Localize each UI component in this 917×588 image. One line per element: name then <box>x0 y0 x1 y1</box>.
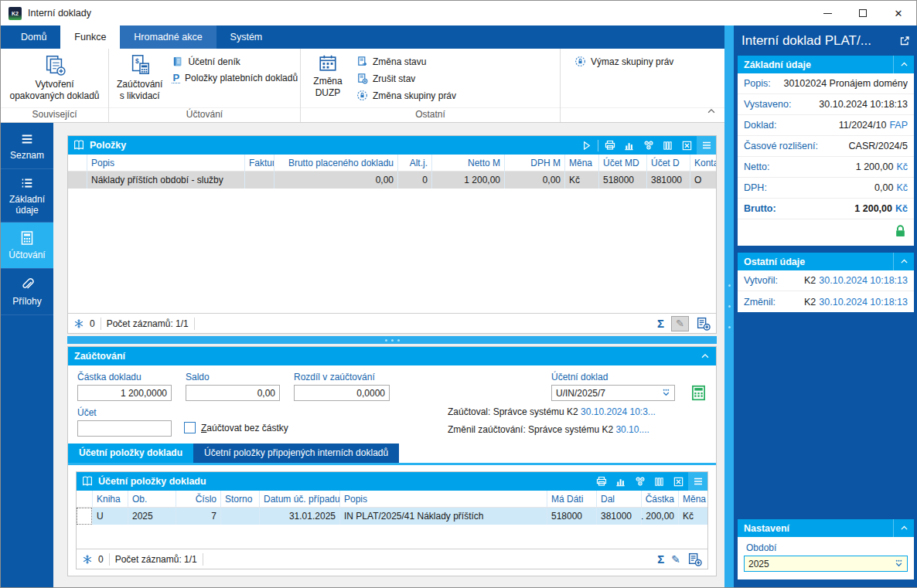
document-cancel-icon <box>356 73 368 84</box>
ucetni-polozky-header-row: Kniha Ob. Číslo Storno Datum úč. případu… <box>77 491 707 508</box>
col-header-mena[interactable]: Měna <box>564 155 598 171</box>
maximize-button[interactable] <box>845 1 881 25</box>
table-empty-area[interactable] <box>68 189 716 313</box>
sidebar-item-seznam[interactable]: Seznam <box>1 123 53 169</box>
col-header-mena[interactable]: Měna <box>678 491 707 507</box>
obdobi-combo[interactable] <box>744 556 908 572</box>
polozky-platebnich-dokladu-button[interactable]: P Položky platebních dokladů <box>172 73 298 83</box>
svg-text:$: $ <box>135 57 139 65</box>
ucetni-denik-button[interactable]: Účetní deník <box>172 56 298 67</box>
detail-title: Interní doklad PLAT/... <box>741 33 892 49</box>
sidebar-item-label: Základní údaje <box>2 195 52 216</box>
table-empty-area[interactable] <box>77 525 707 549</box>
castka-dokladu-input[interactable] <box>77 385 172 401</box>
col-header-ucet-md[interactable]: Účet MD <box>598 155 646 171</box>
tab-system[interactable]: Systém <box>216 25 277 49</box>
close-button[interactable]: ✕ <box>881 1 916 25</box>
collapse-button[interactable] <box>694 347 716 365</box>
col-header-cislo[interactable]: Číslo <box>176 491 220 507</box>
maximize-icon <box>859 9 867 17</box>
col-header-kontace[interactable]: Kontace <box>690 155 716 171</box>
panel-menu-button[interactable] <box>697 136 716 155</box>
tab-domu[interactable]: Domů <box>7 25 60 49</box>
detail-row-vystaveno: Vystaveno:30.10.2024 10:18:13 <box>738 94 914 115</box>
col-header-castka[interactable]: Částka <box>641 491 678 507</box>
col-header-dal[interactable]: Dal <box>596 491 641 507</box>
excel-export-button[interactable] <box>677 136 697 155</box>
dropdown-icon[interactable] <box>660 387 672 399</box>
columns-button[interactable] <box>649 472 669 491</box>
col-header-dph-m[interactable]: DPH M <box>504 155 564 171</box>
edit-button[interactable]: ✎ <box>671 553 680 566</box>
chart-button[interactable] <box>611 472 630 491</box>
book-icon <box>81 475 94 488</box>
panel-menu-button[interactable] <box>688 472 707 491</box>
cell-mena: Kč <box>678 508 707 525</box>
zauctovat-bez-castky-checkbox[interactable] <box>184 422 196 433</box>
cell-brutto: 0,00 <box>274 172 397 189</box>
sidebar-item-zakladni-udaje[interactable]: Základní údaje <box>1 169 53 223</box>
col-header-kniha[interactable]: Kniha <box>92 491 128 507</box>
col-header-ma-dati[interactable]: Má Dáti <box>547 491 596 507</box>
table-row[interactable]: U 2025 7 31.01.2025 IN PLAT/2025/41 Nákl… <box>77 508 707 525</box>
obdobi-input[interactable] <box>744 556 908 572</box>
columns-button[interactable] <box>658 136 677 155</box>
sidebar-item-uctovani[interactable]: Účtování <box>1 223 53 269</box>
col-header-ucet-d[interactable]: Účet D <box>646 155 690 171</box>
tab-hromadne-akce[interactable]: Hromadné akce <box>120 25 216 49</box>
detail-panel: Interní doklad PLAT/... Základní údaje P… <box>734 25 917 587</box>
open-in-window-icon[interactable] <box>898 35 911 47</box>
run-button[interactable] <box>577 136 596 155</box>
collapse-button[interactable] <box>893 253 914 270</box>
sidebar-item-prilohy[interactable]: Přílohy <box>1 269 53 315</box>
recalculate-button[interactable] <box>690 385 707 401</box>
print-button[interactable] <box>591 472 611 491</box>
ucetni-doklad-input[interactable] <box>551 385 675 401</box>
settings-button[interactable] <box>630 472 649 491</box>
row-marker <box>77 508 92 525</box>
zmena-duzp-button[interactable]: Změna DUZP <box>305 52 350 100</box>
collapse-button[interactable] <box>893 519 914 537</box>
print-button[interactable] <box>600 136 619 155</box>
horizontal-splitter[interactable] <box>67 336 717 344</box>
col-header-storno[interactable]: Storno <box>220 491 259 507</box>
col-header-brutto[interactable]: Brutto placeného dokladu <box>274 155 397 171</box>
col-header-altj[interactable]: Alt.j. <box>397 155 431 171</box>
ribbon-collapse-button[interactable] <box>706 106 717 119</box>
add-document-button[interactable] <box>696 316 711 331</box>
col-header-popis[interactable]: Popis <box>339 491 547 507</box>
settings-button[interactable] <box>639 136 658 155</box>
dropdown-icon[interactable] <box>893 558 905 569</box>
col-header-datum[interactable]: Datum úč. případu <box>259 491 339 507</box>
col-header-ob[interactable]: Ob. <box>128 491 176 507</box>
tab-ucetni-polozky-pripojenych[interactable]: Účetní položky připojených interních dok… <box>193 444 399 463</box>
vytvoreni-opakovanych-dokladu-button[interactable]: Vytvoření opakovaných dokladů <box>6 52 104 104</box>
vertical-splitter[interactable] <box>724 25 734 587</box>
ucetni-doklad-combo[interactable] <box>551 385 675 401</box>
zauctovani-s-likvidaci-button[interactable]: $ Zaúčtování s likvidací <box>114 52 165 104</box>
excel-export-button[interactable] <box>669 472 688 491</box>
minimize-button[interactable] <box>810 1 845 25</box>
rozdil-input[interactable] <box>294 385 390 401</box>
chart-button[interactable] <box>619 136 639 155</box>
tab-ucetni-polozky-dokladu[interactable]: Účetní položky dokladu <box>68 444 193 463</box>
table-row[interactable]: Náklady příštích období - služby 0,00 0 … <box>68 172 716 189</box>
zrusit-stav-button[interactable]: Zrušit stav <box>356 73 456 84</box>
ucet-input[interactable] <box>77 420 172 437</box>
col-header-netto-m[interactable]: Netto M <box>431 155 504 171</box>
zauctovani-panel-header: Zaúčtování <box>68 347 716 365</box>
menu-icon <box>19 132 36 146</box>
zmena-skupiny-prav-button[interactable]: Změna skupiny práv <box>356 90 456 101</box>
col-header-faktura[interactable]: Faktura <box>244 155 274 171</box>
tab-funkce[interactable]: Funkce <box>60 25 120 49</box>
saldo-input[interactable] <box>186 385 280 401</box>
hamburger-icon <box>692 475 704 488</box>
vymaz-skupiny-prav-button[interactable]: Výmaz skupiny práv <box>574 56 673 67</box>
zmena-stavu-button[interactable]: Změna stavu <box>356 56 456 67</box>
sum-button[interactable]: Σ <box>657 552 664 566</box>
sum-button[interactable]: Σ <box>657 317 664 330</box>
collapse-button[interactable] <box>893 56 914 73</box>
button-label: Vytvoření opakovaných dokladů <box>9 79 101 102</box>
add-document-button[interactable] <box>687 552 702 566</box>
col-header-popis[interactable]: Popis <box>87 155 244 171</box>
